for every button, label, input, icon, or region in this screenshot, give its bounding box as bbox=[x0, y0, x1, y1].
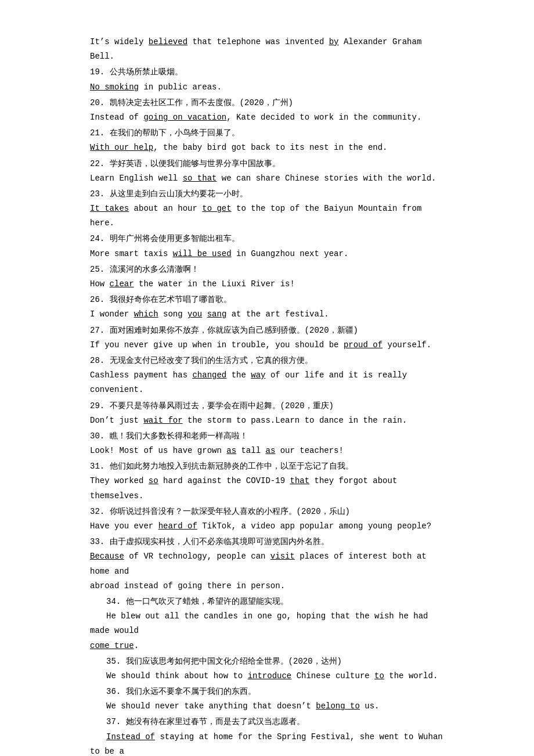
en-31: They worked so hard against the COVID-19… bbox=[90, 474, 444, 503]
en-25: How clear the water in the Liuxi River i… bbox=[90, 277, 444, 291]
zh-19: 19. 公共场所禁止吸烟。 bbox=[90, 65, 444, 80]
entry-20: 20. 凯特决定去社区工作，而不去度假。(2020，广州) Instead of… bbox=[90, 96, 444, 125]
zh-26: 26. 我很好奇你在艺术节唱了哪首歌。 bbox=[90, 293, 444, 307]
zh-21: 21. 在我们的帮助下，小鸟终于回巢了。 bbox=[90, 126, 444, 141]
en-33-line1: Because of VR technology, people can vis… bbox=[90, 549, 444, 578]
en-35: We should think about how to introduce C… bbox=[90, 669, 444, 683]
en-36: We should never take anything that doesn… bbox=[90, 699, 444, 714]
en-intro: It’s widely believed that telephone was … bbox=[90, 35, 444, 64]
entry-30: 30. 瞧！我们大多数长得和老师一样高啦！ Look! Most of us h… bbox=[90, 429, 444, 458]
entry-27: 27. 面对困难时如果你不放弃，你就应该为自己感到骄傲。(2020，新疆) If… bbox=[90, 323, 444, 352]
zh-30: 30. 瞧！我们大多数长得和老师一样高啦！ bbox=[90, 429, 444, 444]
entry-34: 34. 他一口气吹灭了蜡烛，希望许的愿望能实现。 He blew out all… bbox=[90, 595, 444, 653]
en-29: Don’t just wait for the storm to pass.Le… bbox=[90, 413, 444, 428]
entry-31: 31. 他们如此努力地投入到抗击新冠肺炎的工作中，以至于忘记了自我。 They … bbox=[90, 459, 444, 503]
zh-20: 20. 凯特决定去社区工作，而不去度假。(2020，广州) bbox=[90, 96, 444, 110]
zh-28: 28. 无现金支付已经改变了我们的生活方式，它真的很方便。 bbox=[90, 354, 444, 368]
zh-36: 36. 我们永远不要拿不属于我们的东西。 bbox=[90, 685, 444, 699]
zh-29: 29. 不要只是等待暴风雨过去，要学会在雨中起舞。(2020，重庆) bbox=[90, 399, 444, 413]
entry-23: 23. 从这里走到白云山顶大约要花一小时。 It takes about an … bbox=[90, 187, 444, 231]
zh-22: 22. 学好英语，以便我们能够与世界分享中国故事。 bbox=[90, 157, 444, 171]
zh-24: 24. 明年广州将会使用更多智能出租车。 bbox=[90, 232, 444, 246]
en-34-line1: He blew out all the candles in one go, h… bbox=[90, 609, 444, 638]
en-37-line1: Instead of staying at home for the Sprin… bbox=[90, 730, 444, 756]
en-23: It takes about an hour to get to the top… bbox=[90, 201, 444, 231]
en-32: Have you ever heard of TikTok, a video a… bbox=[90, 519, 444, 534]
entry-37: 37. 她没有待在家里过春节，而是去了武汉当志愿者。 Instead of st… bbox=[90, 715, 444, 756]
main-content: It’s widely believed that telephone was … bbox=[90, 35, 444, 756]
en-22: Learn English well so that we can share … bbox=[90, 171, 444, 186]
entry-33: 33. 由于虚拟现实科技，人们不必亲临其境即可游览国内外名胜。 Because … bbox=[90, 535, 444, 593]
en-20: Instead of going on vacation, Kate decid… bbox=[90, 110, 444, 125]
zh-31: 31. 他们如此努力地投入到抗击新冠肺炎的工作中，以至于忘记了自我。 bbox=[90, 459, 444, 474]
en-21: With our help, the baby bird got back to… bbox=[90, 141, 444, 155]
entry-21: 21. 在我们的帮助下，小鸟终于回巢了。 With our help, the … bbox=[90, 126, 444, 155]
zh-33: 33. 由于虚拟现实科技，人们不必亲临其境即可游览国内外名胜。 bbox=[90, 535, 444, 549]
entry-29: 29. 不要只是等待暴风雨过去，要学会在雨中起舞。(2020，重庆) Don’t… bbox=[90, 399, 444, 428]
entry-intro: It’s widely believed that telephone was … bbox=[90, 35, 444, 64]
entry-28: 28. 无现金支付已经改变了我们的生活方式，它真的很方便。 Cashless p… bbox=[90, 354, 444, 398]
zh-34: 34. 他一口气吹灭了蜡烛，希望许的愿望能实现。 bbox=[90, 595, 444, 609]
zh-27: 27. 面对困难时如果你不放弃，你就应该为自己感到骄傲。(2020，新疆) bbox=[90, 323, 444, 338]
zh-25: 25. 流溪河的水多么清澈啊！ bbox=[90, 262, 444, 277]
en-30: Look! Most of us have grown as tall as o… bbox=[90, 444, 444, 458]
entry-36: 36. 我们永远不要拿不属于我们的东西。 We should never tak… bbox=[90, 685, 444, 714]
en-24: More smart taxis will be used in Guangzh… bbox=[90, 247, 444, 261]
en-27: If you never give up when in trouble, yo… bbox=[90, 338, 444, 352]
entry-25: 25. 流溪河的水多么清澈啊！ How clear the water in t… bbox=[90, 262, 444, 291]
zh-37: 37. 她没有待在家里过春节，而是去了武汉当志愿者。 bbox=[90, 715, 444, 729]
entry-32: 32. 你听说过抖音没有？一款深受年轻人喜欢的小程序。(2020，乐山) Hav… bbox=[90, 505, 444, 534]
en-26: I wonder which song you sang at the art … bbox=[90, 307, 444, 322]
en-34-line2: come true. bbox=[90, 639, 444, 653]
entry-35: 35. 我们应该思考如何把中国文化介绍给全世界。(2020，达州) We sho… bbox=[90, 654, 444, 683]
en-33-line2: abroad instead of going there in person. bbox=[90, 579, 444, 593]
entry-19: 19. 公共场所禁止吸烟。 No smoking in public areas… bbox=[90, 65, 444, 94]
zh-35: 35. 我们应该思考如何把中国文化介绍给全世界。(2020，达州) bbox=[90, 654, 444, 669]
zh-23: 23. 从这里走到白云山顶大约要花一小时。 bbox=[90, 187, 444, 201]
en-19: No smoking in public areas. bbox=[90, 80, 444, 95]
entry-26: 26. 我很好奇你在艺术节唱了哪首歌。 I wonder which song … bbox=[90, 293, 444, 322]
entry-22: 22. 学好英语，以便我们能够与世界分享中国故事。 Learn English … bbox=[90, 157, 444, 186]
zh-32: 32. 你听说过抖音没有？一款深受年轻人喜欢的小程序。(2020，乐山) bbox=[90, 505, 444, 519]
en-28: Cashless payment has changed the way of … bbox=[90, 368, 444, 397]
entry-24: 24. 明年广州将会使用更多智能出租车。 More smart taxis wi… bbox=[90, 232, 444, 261]
